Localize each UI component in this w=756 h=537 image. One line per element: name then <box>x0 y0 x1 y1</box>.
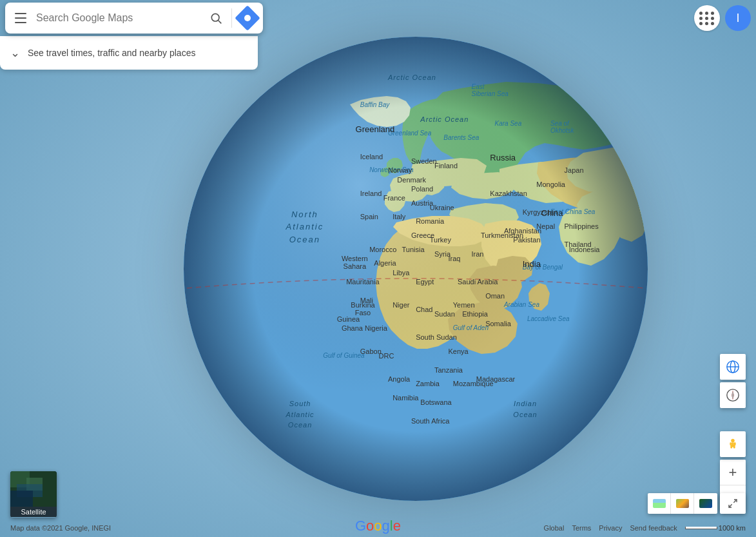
send-feedback-link[interactable]: Send feedback <box>630 524 677 532</box>
svg-line-4 <box>218 21 222 24</box>
satellite-layer-icon <box>699 499 712 508</box>
search-panel <box>5 3 263 34</box>
hamburger-icon <box>15 13 26 23</box>
pegman-button[interactable] <box>720 431 746 457</box>
travel-bar-text: See travel times, traffic and nearby pla… <box>28 48 195 58</box>
pegman-icon <box>726 437 740 451</box>
global-text: Global <box>544 524 565 532</box>
default-layer-icon <box>653 499 666 508</box>
compass-icon <box>726 388 740 402</box>
svg-point-11 <box>731 439 735 443</box>
satellite-thumb-image <box>10 471 57 507</box>
satellite-thumbnail[interactable]: Satellite <box>10 471 57 518</box>
satellite-label: Satellite <box>10 507 57 517</box>
expand-icon <box>728 498 738 509</box>
globe-container[interactable]: Arctic Ocean EastSiberian Sea Baffin Bay… <box>184 37 648 501</box>
search-input[interactable] <box>36 12 200 24</box>
satellite-preview-svg <box>10 471 57 507</box>
header <box>0 0 756 36</box>
layer-terrain-button[interactable] <box>671 493 694 514</box>
terrain-layer-icon <box>676 499 689 508</box>
scale-indicator: 1000 km <box>685 524 746 532</box>
svg-rect-23 <box>10 491 33 507</box>
menu-button[interactable] <box>5 3 36 34</box>
svg-point-2 <box>184 37 648 501</box>
search-button[interactable] <box>200 3 231 34</box>
layer-satellite-button[interactable] <box>694 493 717 514</box>
terms-link[interactable]: Terms <box>572 524 591 532</box>
chevron-down-icon: ⌄ <box>10 46 20 60</box>
svg-line-18 <box>729 504 732 507</box>
svg-marker-10 <box>732 391 734 400</box>
travel-bar[interactable]: ⌄ See travel times, traffic and nearby p… <box>0 36 258 70</box>
expand-button[interactable] <box>720 493 746 514</box>
svg-rect-16 <box>734 442 736 445</box>
map-data-text: Map data ©2021 Google, INEGI <box>10 524 111 532</box>
scale-line <box>685 527 717 529</box>
globe-view-button[interactable] <box>720 354 746 380</box>
zoom-in-button[interactable]: + <box>720 460 746 485</box>
search-input-wrapper <box>36 12 200 24</box>
svg-rect-15 <box>730 442 732 445</box>
scale-text: 1000 km <box>719 524 746 532</box>
compass-button[interactable] <box>720 382 746 408</box>
bottom-bar: Map data ©2021 Google, INEGI Google Glob… <box>0 519 756 537</box>
search-icon <box>209 12 222 24</box>
svg-line-17 <box>733 500 737 503</box>
maps-icon-button[interactable] <box>232 3 263 34</box>
layer-default-button[interactable] <box>648 493 671 514</box>
bottom-links: Global Terms Privacy Send feedback 1000 … <box>544 524 746 532</box>
google-logo: Google <box>355 518 401 534</box>
privacy-link[interactable]: Privacy <box>599 524 622 532</box>
globe-icon <box>726 360 740 374</box>
maps-diamond-icon <box>235 5 260 31</box>
globe-land-svg <box>184 37 648 501</box>
globe[interactable]: Arctic Ocean EastSiberian Sea Baffin Bay… <box>184 37 648 501</box>
svg-point-3 <box>211 14 219 21</box>
